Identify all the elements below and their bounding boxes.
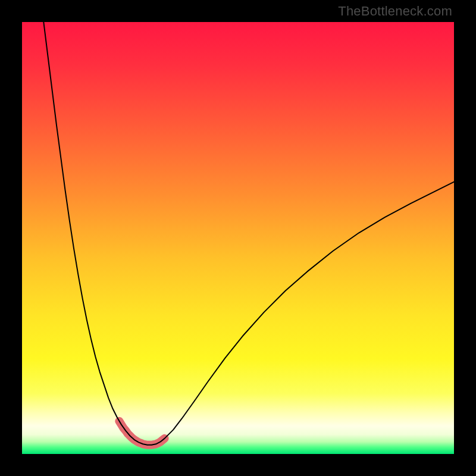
bottleneck-curve xyxy=(43,22,454,445)
valley-highlight xyxy=(119,421,164,445)
chart-stage: TheBottleneck.com xyxy=(0,0,476,476)
plot-area xyxy=(22,22,454,454)
watermark-text: TheBottleneck.com xyxy=(338,4,452,19)
curve-layer xyxy=(22,22,454,454)
